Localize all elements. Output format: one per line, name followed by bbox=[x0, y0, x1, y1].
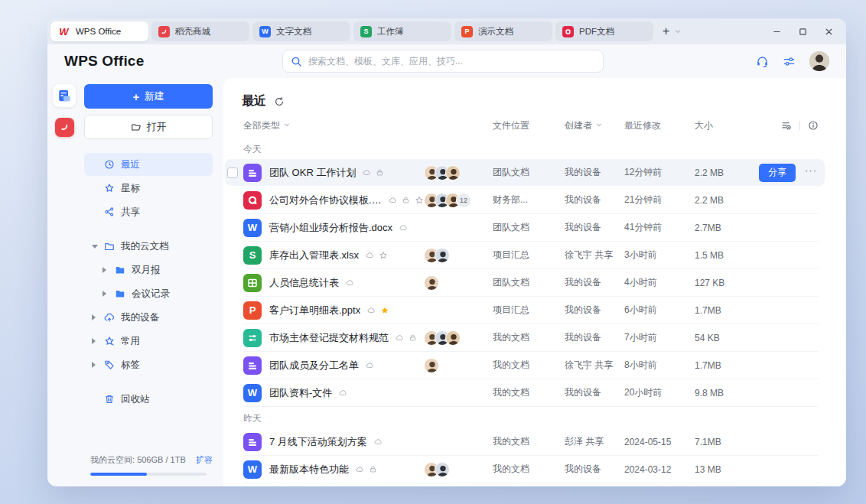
file-type-word-icon: W bbox=[243, 384, 262, 402]
refresh-icon[interactable] bbox=[274, 96, 285, 107]
tabs-container: WWPS Office稻壳商城W文字文档S工作簿P演示文档PDF文档 bbox=[50, 21, 653, 41]
expand-arrow-icon[interactable] bbox=[103, 291, 106, 297]
expand-arrow-icon[interactable] bbox=[92, 338, 96, 344]
tab-wps[interactable]: WWPS Office bbox=[50, 21, 148, 41]
minimize-button[interactable] bbox=[771, 26, 782, 37]
sidebar-item-folder[interactable]: 会议记录 bbox=[84, 282, 213, 305]
file-row[interactable]: W营销小组业绩分析报告.docx团队文档我的设备41分钟前2.7MB bbox=[243, 214, 819, 242]
star-filled-badge-icon[interactable] bbox=[380, 306, 389, 315]
row-checkbox[interactable] bbox=[227, 167, 238, 178]
trash-icon bbox=[104, 394, 115, 405]
clock-icon bbox=[104, 159, 115, 170]
file-size: 2.7MB bbox=[695, 223, 745, 233]
file-row[interactable]: S库存出入管理表.xlsx项目汇总徐飞宇 共享3小时前1.5 MB bbox=[243, 242, 819, 269]
tab-list-chevron-icon[interactable] bbox=[674, 28, 682, 35]
search-box[interactable] bbox=[282, 50, 604, 73]
star-badge-icon[interactable] bbox=[415, 196, 424, 205]
file-row[interactable]: 团队 OKR 工作计划团队文档我的设备12分钟前2.2 MB分享··· bbox=[243, 159, 819, 187]
file-row[interactable]: 市场主体登记提交材料规范我的文档我的设备7小时前54 KB bbox=[243, 324, 819, 352]
sidebar-item-tag[interactable]: 标签 bbox=[84, 353, 213, 376]
file-name[interactable]: 7 月线下活动策划方案 bbox=[269, 435, 367, 449]
collaborator-avatar[interactable] bbox=[424, 358, 439, 373]
expand-arrow-icon[interactable] bbox=[103, 267, 106, 273]
open-document-button[interactable]: 打开 bbox=[84, 115, 213, 139]
expand-arrow-icon[interactable] bbox=[92, 314, 96, 320]
star-badge-icon bbox=[104, 336, 115, 346]
maximize-button[interactable] bbox=[797, 26, 808, 37]
column-creator[interactable]: 创建者 bbox=[558, 119, 624, 132]
new-tab-button[interactable]: + bbox=[663, 25, 669, 37]
file-name[interactable]: 团队成员及分工名单 bbox=[269, 359, 359, 372]
search-input[interactable] bbox=[308, 56, 595, 67]
file-name[interactable]: 人员信息统计表 bbox=[269, 276, 339, 290]
file-row[interactable]: 人员信息统计表团队文档我的设备4小时前127 KB bbox=[243, 269, 819, 297]
sidebar-item-cloud-folder[interactable]: 我的云文档 bbox=[84, 235, 213, 258]
share-icon bbox=[104, 206, 115, 217]
file-name[interactable]: 市场主体登记提交材料规范 bbox=[269, 331, 389, 345]
file-name[interactable]: 团队 OKR 工作计划 bbox=[269, 166, 356, 180]
sidebar-item-star-badge[interactable]: 常用 bbox=[84, 330, 213, 353]
tab-pdf[interactable]: PDF文档 bbox=[555, 21, 653, 41]
column-size[interactable]: 大小 bbox=[695, 119, 745, 132]
sidebar-item-clock[interactable]: 最近 bbox=[84, 153, 213, 176]
collaborator-avatar[interactable] bbox=[424, 275, 439, 291]
tab-ppt[interactable]: P演示文档 bbox=[454, 21, 552, 41]
sidebar-item-device[interactable]: 我的设备 bbox=[84, 306, 213, 329]
file-name[interactable]: 最新版本特色功能 bbox=[269, 463, 349, 476]
share-button[interactable]: 分享 bbox=[759, 164, 796, 182]
more-options-button[interactable]: ··· bbox=[805, 165, 817, 180]
lock-badge-icon bbox=[369, 465, 377, 473]
file-size: 7.1MB bbox=[695, 437, 745, 447]
storage-progress-bar bbox=[90, 473, 207, 476]
sidebar-item-folder[interactable]: 双月报 bbox=[84, 259, 213, 281]
file-name[interactable]: 团队资料-文件 bbox=[269, 386, 332, 400]
file-modified: 7小时前 bbox=[624, 331, 695, 344]
type-filter[interactable]: 全部类型 bbox=[243, 119, 424, 132]
sidebar-item-share[interactable]: 共享 bbox=[84, 200, 213, 223]
file-name[interactable]: 营销小组业绩分析报告.docx bbox=[269, 221, 392, 235]
documents-rail-icon[interactable] bbox=[53, 84, 76, 107]
file-row[interactable]: 公司对外合作协议模板.pdf12财务部...我的设备21分钟前2.2 MB bbox=[243, 187, 819, 214]
sidebar-item-star[interactable]: 星标 bbox=[84, 177, 213, 200]
info-icon[interactable] bbox=[808, 120, 819, 131]
file-row[interactable]: 7 月线下活动策划方案我的文档彭泽 共享2024-05-157.1MB bbox=[243, 428, 819, 456]
file-size: 13 MB bbox=[695, 464, 745, 475]
close-button[interactable] bbox=[823, 26, 834, 37]
nav-spacer bbox=[84, 377, 213, 388]
expand-collapse-icon[interactable] bbox=[92, 245, 98, 249]
collaborator-count-badge[interactable]: 12 bbox=[456, 193, 471, 208]
column-modified[interactable]: 最近修改 bbox=[624, 119, 695, 132]
sidebar-item-trash[interactable]: 回收站 bbox=[84, 388, 213, 411]
support-headset-icon[interactable] bbox=[756, 55, 769, 68]
file-name[interactable]: 公司对外合作协议模板.pdf bbox=[269, 193, 382, 207]
tab-sheet[interactable]: S工作簿 bbox=[353, 21, 451, 41]
new-document-button[interactable]: + 新建 bbox=[84, 84, 213, 109]
cloud-storage: 我的云空间: 506GB / 1TB 扩容 bbox=[84, 454, 213, 476]
tab-word[interactable]: W文字文档 bbox=[252, 21, 350, 41]
file-name[interactable]: 客户订单明细表.pptx bbox=[269, 304, 360, 317]
collaborator-avatar[interactable] bbox=[435, 248, 450, 263]
user-avatar[interactable] bbox=[809, 51, 829, 71]
file-row[interactable]: W团队资料-文件我的文档我的设备20小时前9.8 MB bbox=[243, 379, 819, 407]
file-creator: 我的设备 bbox=[558, 166, 624, 179]
display-settings-icon[interactable] bbox=[781, 120, 792, 131]
folder-icon bbox=[115, 288, 125, 299]
file-name[interactable]: 库存出入管理表.xlsx bbox=[269, 249, 359, 262]
expand-arrow-icon[interactable] bbox=[92, 362, 96, 368]
column-location[interactable]: 文件位置 bbox=[487, 119, 558, 132]
file-row[interactable]: P客户订单明细表.pptx项目汇总我的设备6小时前1.7MB bbox=[243, 297, 819, 324]
collaborator-avatar[interactable] bbox=[445, 330, 461, 346]
tab-docer[interactable]: 稻壳商城 bbox=[151, 21, 249, 41]
collaborators-cell bbox=[424, 330, 487, 346]
expand-storage-link[interactable]: 扩容 bbox=[196, 454, 213, 466]
docer-rail-icon[interactable] bbox=[55, 118, 74, 137]
file-row[interactable]: 团队成员及分工名单我的文档徐飞宇 共享8小时前1.7MB bbox=[243, 352, 819, 379]
collaborator-avatar[interactable] bbox=[445, 165, 461, 180]
settings-sliders-icon[interactable] bbox=[783, 55, 796, 68]
star-badge-icon[interactable] bbox=[379, 251, 388, 260]
device-icon bbox=[104, 312, 115, 323]
file-row[interactable]: W最新版本特色功能我的文档我的设备2024-03-1213 MB bbox=[243, 456, 819, 483]
collaborators-cell bbox=[424, 165, 487, 180]
tab-label: 演示文档 bbox=[478, 26, 513, 37]
collaborator-avatar[interactable] bbox=[435, 462, 450, 477]
